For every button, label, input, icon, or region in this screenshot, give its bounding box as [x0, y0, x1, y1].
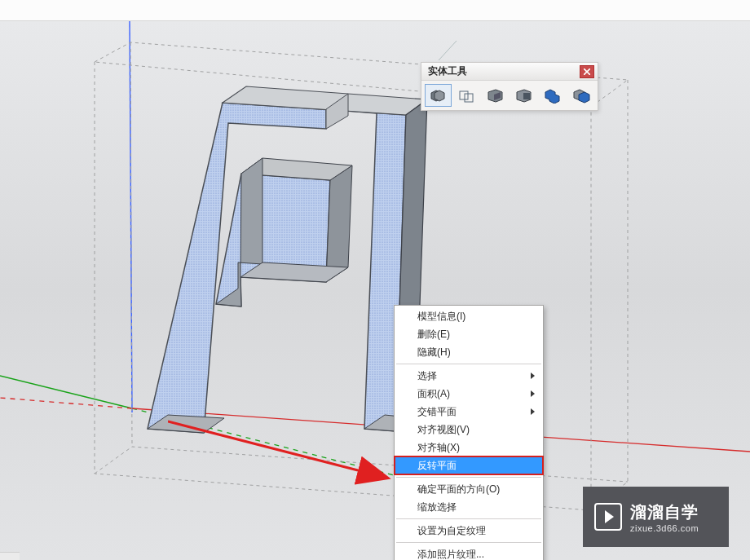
menu-reverse-faces[interactable]: 反转平面 [395, 456, 543, 474]
watermark-badge: 溜溜自学 zixue.3d66.com [583, 487, 729, 547]
menu-area[interactable]: 面积(A) [395, 385, 543, 403]
svg-rect-11 [523, 93, 530, 99]
play-icon [594, 503, 622, 531]
toolbar-body [421, 81, 598, 110]
toolbar-close-button[interactable] [580, 65, 594, 78]
toolbar-titlebar[interactable]: 实体工具 [421, 63, 598, 81]
face-context-menu[interactable]: 模型信息(I) 删除(E) 隐藏(H) 选择 面积(A) 交错平面 对齐视图(V… [394, 305, 544, 560]
solid-subtract-button[interactable] [482, 84, 509, 107]
solid-split-icon [457, 87, 477, 104]
solid-union-button[interactable] [539, 84, 566, 107]
svg-line-0 [439, 41, 457, 60]
menu-delete[interactable]: 删除(E) [395, 325, 543, 343]
solid-intersect-button[interactable] [567, 84, 594, 107]
solid-outer-shell-icon [429, 87, 448, 104]
statusbar-fragment [0, 552, 20, 560]
solid-union-icon [543, 87, 562, 104]
menu-select[interactable]: 选择 [395, 367, 543, 385]
solid-subtract-icon [486, 87, 505, 104]
menu-separator [396, 518, 541, 519]
close-icon [584, 68, 590, 75]
menu-separator [396, 477, 541, 478]
watermark-url: zixue.3d66.com [630, 523, 699, 533]
menu-align-axes[interactable]: 对齐轴(X) [395, 439, 543, 456]
solid-trim-icon [514, 87, 534, 104]
menu-set-unique-texture[interactable]: 设置为自定纹理 [395, 522, 543, 540]
solid-intersect-icon [571, 87, 591, 104]
watermark-brand: 溜溜自学 [630, 501, 699, 523]
application-topbar [0, 0, 750, 21]
solid-split-button[interactable] [453, 84, 480, 107]
menu-orient-faces[interactable]: 确定平面的方向(O) [395, 480, 543, 498]
svg-line-1 [130, 21, 132, 412]
menu-align-view[interactable]: 对齐视图(V) [395, 421, 543, 439]
scene-3d [0, 21, 750, 560]
svg-line-2 [0, 376, 132, 408]
menu-separator [396, 364, 541, 364]
toolbar-title: 实体工具 [428, 64, 467, 78]
3d-viewport[interactable] [0, 21, 750, 560]
solid-trim-button[interactable] [510, 84, 537, 107]
solid-outer-shell-button[interactable] [425, 84, 452, 107]
menu-add-photo-texture[interactable]: 添加照片纹理... [395, 545, 543, 560]
menu-intersect-faces[interactable]: 交错平面 [395, 403, 543, 421]
svg-rect-10 [465, 94, 473, 102]
menu-separator [396, 542, 541, 543]
menu-zoom-selection[interactable]: 缩放选择 [395, 498, 543, 516]
menu-model-info[interactable]: 模型信息(I) [395, 307, 543, 325]
menu-hide[interactable]: 隐藏(H) [395, 343, 543, 361]
svg-rect-9 [460, 91, 468, 99]
solid-tools-toolbar[interactable]: 实体工具 [421, 62, 598, 111]
